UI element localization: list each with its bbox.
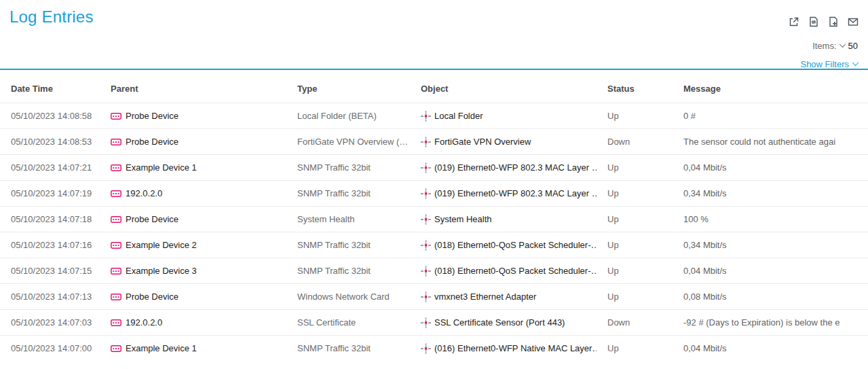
log-parent-name: 192.0.2.0 <box>126 317 162 328</box>
show-filters-link[interactable]: Show Filters <box>800 59 858 69</box>
column-header-message[interactable]: Message <box>673 84 868 94</box>
add-report-icon[interactable] <box>827 16 839 28</box>
log-object-name: SSL Certificate Sensor (Port 443) <box>434 317 565 328</box>
log-object-name: vmxnet3 Ethernet Adapter <box>434 292 536 302</box>
column-header-parent[interactable]: Parent <box>100 84 286 94</box>
log-parent-link[interactable]: Probe Device <box>100 214 286 224</box>
log-status: Up <box>597 162 673 173</box>
log-object-name: FortiGate VPN Overview <box>434 137 531 147</box>
log-status: Up <box>597 240 673 250</box>
log-object-link[interactable]: Local Folder <box>410 111 597 122</box>
log-datetime: 05/10/2023 14:07:03 <box>0 317 100 328</box>
device-icon <box>111 138 121 146</box>
log-parent-link[interactable]: Probe Device <box>100 292 286 302</box>
log-object-link[interactable]: (016) Ethernet0-WFP Native MAC Layer… <box>410 343 597 354</box>
device-icon <box>111 190 121 198</box>
log-parent-name: Example Device 2 <box>126 240 197 250</box>
xml-export-icon[interactable] <box>808 16 820 28</box>
sensor-icon <box>421 188 431 199</box>
column-header-type[interactable]: Type <box>286 84 410 94</box>
column-header-object[interactable]: Object <box>410 84 597 94</box>
chevron-down-icon <box>852 59 859 66</box>
log-status: Up <box>597 214 673 224</box>
log-type: System Health <box>286 214 410 224</box>
device-icon <box>111 293 121 301</box>
column-header-status[interactable]: Status <box>597 84 673 94</box>
table-row: 05/10/2023 14:07:18 Probe Device System … <box>0 206 868 232</box>
page-header: Log Entries <box>0 0 868 70</box>
log-object-link[interactable]: (019) Ethernet0-WFP 802.3 MAC Layer … <box>410 162 597 173</box>
log-status: Up <box>597 292 673 302</box>
log-object-link[interactable]: (019) Ethernet0-WFP 802.3 MAC Layer … <box>410 188 597 199</box>
log-type: SNMP Traffic 32bit <box>286 240 410 250</box>
log-parent-name: Example Device 1 <box>126 343 197 353</box>
log-message: 0,04 Mbit/s <box>673 162 868 173</box>
log-message: 0,08 Mbit/s <box>673 292 868 302</box>
sensor-icon <box>421 343 431 354</box>
log-object-name: (019) Ethernet0-WFP 802.3 MAC Layer … <box>434 188 597 198</box>
table-row: 05/10/2023 14:07:19 192.0.2.0 SNMP Traff… <box>0 180 868 206</box>
items-per-page-control[interactable]: Items: 50 <box>812 41 858 51</box>
log-message: 0,34 Mbit/s <box>673 240 868 250</box>
log-type: SNMP Traffic 32bit <box>286 188 410 198</box>
table-row: 05/10/2023 14:07:00 Example Device 1 SNM… <box>0 335 868 361</box>
log-object-link[interactable]: SSL Certificate Sensor (Port 443) <box>410 317 597 328</box>
log-object-link[interactable]: System Health <box>410 214 597 225</box>
log-object-name: (018) Ethernet0-QoS Packet Scheduler-… <box>434 240 597 250</box>
sensor-icon <box>421 214 431 225</box>
log-parent-name: Probe Device <box>126 214 178 224</box>
log-message: -92 # (Days to Expiration) is below the … <box>673 317 868 328</box>
log-parent-link[interactable]: Probe Device <box>100 137 286 147</box>
log-entries-table: Date Time Parent Type Object Status Mess… <box>0 70 868 361</box>
log-status: Up <box>597 343 673 353</box>
log-datetime: 05/10/2023 14:07:19 <box>0 188 100 198</box>
log-status: Down <box>597 137 673 147</box>
log-type: SNMP Traffic 32bit <box>286 266 410 276</box>
log-parent-link[interactable]: Example Device 1 <box>100 343 286 353</box>
show-filters-label: Show Filters <box>800 59 849 69</box>
log-status: Up <box>597 266 673 276</box>
sensor-icon <box>421 240 431 251</box>
log-parent-name: Example Device 1 <box>126 162 197 173</box>
table-header-row: Date Time Parent Type Object Status Mess… <box>0 70 868 103</box>
log-status: Up <box>597 188 673 198</box>
header-toolbar <box>788 16 859 28</box>
log-type: Windows Network Card <box>286 292 410 302</box>
table-row: 05/10/2023 14:07:13 Probe Device Windows… <box>0 283 868 309</box>
log-parent-name: Probe Device <box>126 292 178 302</box>
sensor-icon <box>421 162 431 173</box>
table-row: 05/10/2023 14:07:21 Example Device 1 SNM… <box>0 154 868 180</box>
log-parent-link[interactable]: Example Device 1 <box>100 162 286 173</box>
log-object-link[interactable]: (018) Ethernet0-QoS Packet Scheduler-… <box>410 240 597 251</box>
log-datetime: 05/10/2023 14:07:18 <box>0 214 100 224</box>
log-type: SSL Certificate <box>286 317 410 328</box>
log-message: 0,34 Mbit/s <box>673 188 868 198</box>
table-row: 05/10/2023 14:07:15 Example Device 3 SNM… <box>0 258 868 283</box>
email-icon[interactable] <box>847 16 859 28</box>
open-external-icon[interactable] <box>788 16 800 28</box>
log-datetime: 05/10/2023 14:07:16 <box>0 240 100 250</box>
table-row: 05/10/2023 14:08:58 Probe Device Local F… <box>0 103 868 128</box>
log-object-name: (019) Ethernet0-WFP 802.3 MAC Layer … <box>434 162 597 173</box>
log-object-link[interactable]: FortiGate VPN Overview <box>410 137 597 147</box>
log-status: Up <box>597 111 673 121</box>
log-message: 100 % <box>673 214 868 224</box>
log-type: FortiGate VPN Overview (… <box>286 137 410 147</box>
log-type: SNMP Traffic 32bit <box>286 162 410 173</box>
log-message: 0,04 Mbit/s <box>673 266 868 276</box>
log-object-link[interactable]: vmxnet3 Ethernet Adapter <box>410 292 597 302</box>
log-parent-link[interactable]: 192.0.2.0 <box>100 188 286 198</box>
log-parent-link[interactable]: 192.0.2.0 <box>100 317 286 328</box>
device-icon <box>111 267 121 275</box>
column-header-datetime[interactable]: Date Time <box>0 84 100 94</box>
sensor-icon <box>421 111 431 122</box>
log-parent-link[interactable]: Probe Device <box>100 111 286 121</box>
log-parent-name: Example Device 3 <box>126 266 197 276</box>
log-parent-link[interactable]: Example Device 3 <box>100 266 286 276</box>
table-row: 05/10/2023 14:07:16 Example Device 2 SNM… <box>0 232 868 258</box>
log-object-link[interactable]: (018) Ethernet0-QoS Packet Scheduler-… <box>410 266 597 277</box>
device-icon <box>111 164 121 172</box>
log-message: The sensor could not authenticate agai <box>673 137 868 147</box>
log-parent-link[interactable]: Example Device 2 <box>100 240 286 250</box>
log-object-name: (018) Ethernet0-QoS Packet Scheduler-… <box>434 266 597 276</box>
